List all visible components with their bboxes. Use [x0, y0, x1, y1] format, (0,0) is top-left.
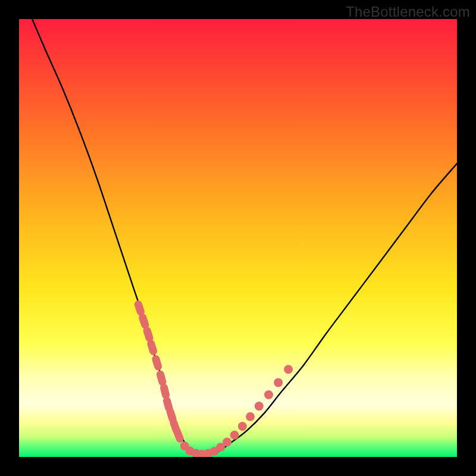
marker-dot [246, 412, 255, 421]
watermark-text: TheBottleneck.com [346, 4, 470, 20]
marker-dot [238, 422, 247, 431]
chart-svg [19, 19, 457, 457]
marker-dot [274, 378, 283, 387]
marker-dot [230, 431, 239, 440]
marker-dot [223, 437, 231, 446]
plot-area [19, 19, 457, 457]
marker-dot [255, 402, 264, 411]
marker-dot [264, 390, 273, 399]
gradient-background [19, 19, 457, 457]
marker-dot [284, 365, 293, 374]
chart-stage: TheBottleneck.com [0, 0, 476, 476]
